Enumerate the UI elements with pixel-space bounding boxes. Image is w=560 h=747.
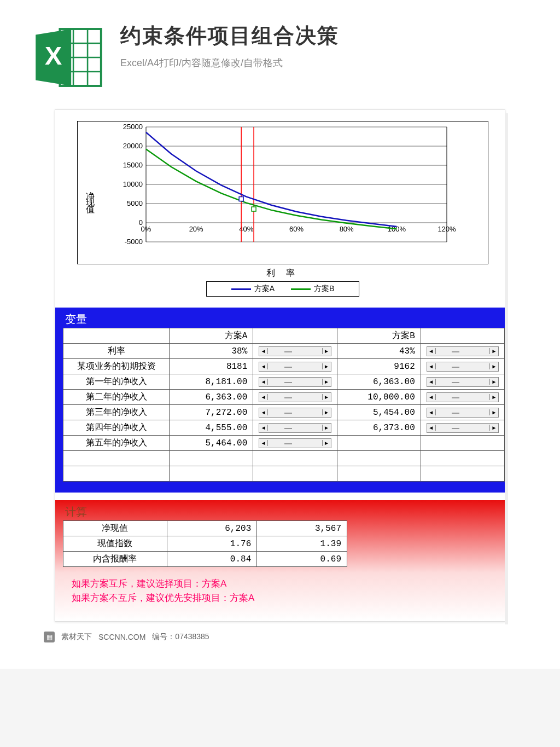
slider-control[interactable]: ◄► — [259, 408, 331, 418]
slider-right-arrow[interactable]: ► — [489, 409, 498, 415]
slider-control[interactable]: ◄► — [427, 392, 499, 402]
slider-thumb[interactable] — [452, 397, 459, 398]
slider-right-arrow[interactable]: ► — [489, 425, 498, 431]
slider-left-arrow[interactable]: ◄ — [427, 394, 436, 400]
slider-left-arrow[interactable]: ◄ — [259, 363, 268, 369]
slider-left-arrow[interactable]: ◄ — [259, 409, 268, 415]
svg-text:5000: 5000 — [127, 199, 143, 207]
slider-right-arrow[interactable]: ► — [322, 394, 331, 400]
svg-text:X: X — [45, 42, 62, 70]
cell-plan-a: 1.76 — [167, 536, 257, 552]
table-row: 利率38%◄►43%◄► — [63, 344, 505, 359]
slider-control[interactable]: ◄► — [259, 438, 331, 448]
calc-section: 计算 净现值6,2033,567现值指数1.761.39内含报酬率0.840.6… — [55, 500, 505, 621]
cell-slider-a: ◄► — [253, 359, 337, 374]
header-scroll-a — [253, 328, 337, 344]
svg-rect-33 — [239, 197, 243, 201]
slider-right-arrow[interactable]: ► — [322, 348, 331, 354]
svg-text:15000: 15000 — [123, 161, 143, 169]
table-row: 第一年的净收入8,181.00◄►6,363.00◄► — [63, 374, 505, 390]
cell-plan-b: 1.39 — [257, 536, 347, 552]
variables-title: 变量 — [55, 308, 505, 328]
table-row — [63, 451, 505, 466]
slider-left-arrow[interactable]: ◄ — [427, 409, 436, 415]
svg-text:20000: 20000 — [123, 142, 143, 150]
cell-plan-a — [170, 451, 253, 466]
slider-thumb[interactable] — [284, 382, 292, 383]
slider-left-arrow[interactable]: ◄ — [427, 348, 436, 354]
slider-thumb[interactable] — [284, 397, 292, 398]
slider-left-arrow[interactable]: ◄ — [259, 440, 268, 446]
slider-control[interactable]: ◄► — [427, 423, 499, 433]
cell-slider-b — [421, 436, 504, 451]
header-plan-a: 方案A — [170, 328, 253, 344]
cell-plan-b: 10,000.00 — [337, 390, 421, 405]
slider-thumb[interactable] — [452, 428, 459, 429]
slider-left-arrow[interactable]: ◄ — [259, 394, 268, 400]
npv-chart: 净 现 值 -500005000100001500020000250000%20… — [77, 121, 488, 264]
cell-plan-a: 6,363.00 — [170, 390, 253, 405]
cell-plan-b — [337, 451, 421, 466]
cell-slider-a — [253, 466, 337, 482]
slider-right-arrow[interactable]: ► — [322, 363, 331, 369]
footer-site: SCCNN.COM — [98, 633, 145, 641]
slider-control[interactable]: ◄► — [259, 392, 331, 402]
slider-left-arrow[interactable]: ◄ — [427, 425, 436, 431]
slider-thumb[interactable] — [452, 351, 459, 352]
slider-left-arrow[interactable]: ◄ — [259, 425, 268, 431]
slider-control[interactable]: ◄► — [427, 377, 499, 387]
slider-thumb[interactable] — [452, 367, 459, 368]
row-label: 某项业务的初期投资 — [63, 359, 170, 374]
cell-plan-a: 38% — [170, 344, 253, 359]
legend-label-a: 方案A — [254, 284, 275, 294]
slider-control[interactable]: ◄► — [259, 346, 331, 356]
row-label: 净现值 — [63, 521, 167, 536]
svg-text:80%: 80% — [340, 225, 354, 233]
cell-plan-b: 6,373.00 — [337, 420, 421, 436]
slider-right-arrow[interactable]: ► — [489, 348, 498, 354]
row-label — [63, 466, 170, 482]
slider-control[interactable]: ◄► — [259, 423, 331, 433]
slider-thumb[interactable] — [452, 382, 459, 383]
slider-right-arrow[interactable]: ► — [322, 425, 331, 431]
legend-line-b — [291, 288, 311, 290]
slider-right-arrow[interactable]: ► — [489, 394, 498, 400]
row-label: 第一年的净收入 — [63, 374, 170, 390]
slider-left-arrow[interactable]: ◄ — [427, 363, 436, 369]
svg-text:10000: 10000 — [123, 180, 143, 188]
slider-right-arrow[interactable]: ► — [489, 379, 498, 385]
footer-brand: 素材天下 — [61, 632, 92, 642]
slider-thumb[interactable] — [452, 413, 459, 414]
cell-plan-b: 0.69 — [257, 552, 347, 567]
cell-plan-a: 8181 — [170, 359, 253, 374]
slider-right-arrow[interactable]: ► — [489, 363, 498, 369]
cell-slider-b: ◄► — [421, 390, 504, 405]
slider-thumb[interactable] — [284, 413, 292, 414]
slider-right-arrow[interactable]: ► — [322, 440, 331, 446]
table-row: 某项业务的初期投资8181◄►9162◄► — [63, 359, 505, 374]
row-label: 现值指数 — [63, 536, 167, 552]
table-row: 第四年的净收入4,555.00◄►6,373.00◄► — [63, 420, 505, 436]
cell-plan-b — [337, 436, 421, 451]
slider-thumb[interactable] — [284, 443, 292, 444]
slider-left-arrow[interactable]: ◄ — [259, 379, 268, 385]
slider-control[interactable]: ◄► — [427, 408, 499, 418]
table-row: 现值指数1.761.39 — [63, 536, 347, 552]
slider-control[interactable]: ◄► — [427, 362, 499, 372]
chart-xlabel: 利 率 — [77, 268, 488, 279]
header-text: 约束条件项目组合决策 Excel/A4打印/内容随意修改/自带格式 — [120, 22, 339, 70]
slider-thumb[interactable] — [284, 367, 292, 368]
slider-left-arrow[interactable]: ◄ — [427, 379, 436, 385]
slider-control[interactable]: ◄► — [259, 377, 331, 387]
cell-slider-a: ◄► — [253, 374, 337, 390]
slider-control[interactable]: ◄► — [427, 346, 499, 356]
slider-left-arrow[interactable]: ◄ — [259, 348, 268, 354]
slider-control[interactable]: ◄► — [259, 362, 331, 372]
calc-title: 计算 — [55, 500, 505, 520]
cell-plan-a: 6,203 — [167, 521, 257, 536]
svg-text:60%: 60% — [289, 225, 304, 233]
slider-right-arrow[interactable]: ► — [322, 409, 331, 415]
slider-right-arrow[interactable]: ► — [322, 379, 331, 385]
slider-thumb[interactable] — [284, 351, 292, 352]
slider-thumb[interactable] — [284, 428, 292, 429]
